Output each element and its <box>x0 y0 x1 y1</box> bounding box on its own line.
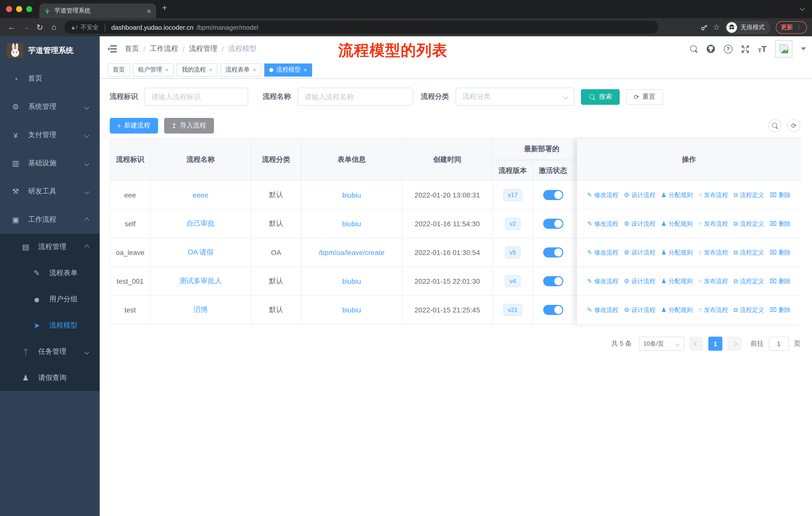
back-icon[interactable]: ← <box>5 23 18 32</box>
breadcrumb-workflow[interactable]: 工作流程 <box>150 44 178 53</box>
breadcrumb-home[interactable]: 首页 <box>125 44 139 53</box>
form-info-link[interactable]: /bpm/oa/leave/create <box>319 248 385 256</box>
sidebar-item-user-group[interactable]: ☻用户分组 <box>0 286 100 313</box>
action-modify-link[interactable]: ✎修改流程 <box>587 191 618 199</box>
action-design-link[interactable]: ⚙设计流程 <box>624 248 656 257</box>
refresh-table-button[interactable]: ⟳ <box>787 119 801 132</box>
prev-page-button[interactable] <box>689 336 703 351</box>
update-button[interactable]: 更新 ⋮ <box>776 21 807 33</box>
form-info-link[interactable]: biubiu <box>342 220 361 228</box>
reset-button[interactable]: ⟳ 重置 <box>626 89 663 105</box>
sidebar-item-workflow[interactable]: ▣工作流程 <box>0 206 100 234</box>
font-size-icon[interactable]: TT <box>758 45 767 53</box>
action-delete-link[interactable]: ⌧删除 <box>770 248 791 257</box>
version-badge[interactable]: v2 <box>505 218 520 230</box>
show-search-button[interactable] <box>768 119 781 132</box>
action-definition-link[interactable]: ⧉流程定义 <box>734 306 764 314</box>
browser-tab[interactable]: 芋道管理系统 × <box>39 3 156 18</box>
action-delete-link[interactable]: ⌧删除 <box>770 306 791 314</box>
action-design-link[interactable]: ⚙设计流程 <box>624 219 656 228</box>
form-info-link[interactable]: biubiu <box>342 277 361 285</box>
reload-icon[interactable]: ↻ <box>33 22 46 32</box>
action-publish-link[interactable]: ☝发布流程 <box>698 277 728 286</box>
process-id-input[interactable] <box>144 88 248 106</box>
action-publish-link[interactable]: ☝发布流程 <box>698 219 728 228</box>
action-modify-link[interactable]: ✎修改流程 <box>587 306 618 314</box>
action-publish-link[interactable]: ☝发布流程 <box>698 248 728 257</box>
tag-home[interactable]: 首页 <box>108 63 130 76</box>
github-icon[interactable] <box>706 44 715 53</box>
avatar-caret-icon[interactable] <box>801 47 806 50</box>
action-modify-link[interactable]: ✎修改流程 <box>587 277 618 286</box>
key-icon[interactable] <box>700 23 708 31</box>
goto-page-input[interactable] <box>769 336 789 351</box>
user-avatar[interactable] <box>775 40 792 57</box>
process-category-select[interactable]: 流程分类 <box>456 88 574 106</box>
sidebar-item-process-model[interactable]: ➤流程模型 <box>0 313 100 338</box>
sidebar-item-dev-tools[interactable]: ⚒研发工具 <box>0 178 100 206</box>
sidebar-fold-icon[interactable] <box>108 45 117 53</box>
active-toggle[interactable] <box>543 276 563 286</box>
active-toggle[interactable] <box>543 219 563 229</box>
close-icon[interactable]: × <box>165 66 169 73</box>
search-button[interactable]: 搜索 <box>581 89 620 105</box>
breadcrumb-process-management[interactable]: 流程管理 <box>189 44 218 53</box>
close-icon[interactable]: × <box>209 66 212 73</box>
action-delete-link[interactable]: ⌧删除 <box>770 277 791 286</box>
sidebar-item-process-management[interactable]: ▤流程管理 <box>0 234 100 260</box>
create-process-button[interactable]: + 新建流程 <box>110 118 158 133</box>
next-page-button[interactable] <box>727 336 742 351</box>
sidebar-item-infrastructure[interactable]: ▥基础设施 <box>0 149 100 178</box>
sidebar-item-payment-management[interactable]: ¥支付管理 <box>0 121 100 149</box>
maximize-window-button[interactable] <box>26 6 32 12</box>
action-design-link[interactable]: ⚙设计流程 <box>624 277 656 286</box>
action-definition-link[interactable]: ⧉流程定义 <box>734 191 764 199</box>
process-name-link[interactable]: 测试多审批人 <box>179 277 222 286</box>
process-name-link[interactable]: 滔博 <box>194 305 208 315</box>
search-icon[interactable] <box>690 45 698 53</box>
process-name-input[interactable] <box>297 88 413 106</box>
address-bar[interactable]: ▲! 不安全 dashboard.yudao.iocoder.cn/bpm/ma… <box>64 21 659 34</box>
fullscreen-icon[interactable] <box>741 45 750 53</box>
version-badge[interactable]: v21 <box>503 304 522 316</box>
action-delete-link[interactable]: ⌧删除 <box>770 219 791 228</box>
tag-tenant-management[interactable]: 租户管理× <box>133 63 174 76</box>
active-toggle[interactable] <box>543 305 563 315</box>
tag-my-process[interactable]: 我的流程× <box>177 63 218 76</box>
security-label[interactable]: 不安全 <box>81 23 99 31</box>
page-size-select[interactable]: 10条/页 <box>639 336 684 351</box>
version-badge[interactable]: v17 <box>503 189 522 201</box>
tab-close-icon[interactable]: × <box>147 7 151 15</box>
action-delete-link[interactable]: ⌧删除 <box>770 191 791 199</box>
import-process-button[interactable]: ↥ 导入流程 <box>164 118 214 133</box>
action-definition-link[interactable]: ⧉流程定义 <box>734 248 764 257</box>
home-icon[interactable]: ⌂ <box>47 23 60 32</box>
action-publish-link[interactable]: ☝发布流程 <box>698 306 728 314</box>
action-definition-link[interactable]: ⧉流程定义 <box>734 277 764 286</box>
help-icon[interactable]: ? <box>724 45 732 53</box>
action-assign-rule-link[interactable]: ♟分配规则 <box>661 277 693 286</box>
minimize-window-button[interactable] <box>16 6 22 12</box>
tag-process-model[interactable]: 流程模型× <box>264 63 312 76</box>
process-name-link[interactable]: 自己审批 <box>186 219 215 228</box>
close-icon[interactable]: × <box>253 66 256 73</box>
active-toggle[interactable] <box>543 190 563 200</box>
action-assign-rule-link[interactable]: ♟分配规则 <box>661 191 693 199</box>
new-tab-button[interactable]: + <box>162 3 167 13</box>
form-info-link[interactable]: biubiu <box>342 191 361 199</box>
close-icon[interactable]: × <box>303 66 307 73</box>
version-badge[interactable]: v5 <box>505 246 520 259</box>
current-page-button[interactable]: 1 <box>708 336 722 351</box>
sidebar-item-task-management[interactable]: ᛉ任务管理 <box>0 338 100 365</box>
tag-process-form[interactable]: 流程表单× <box>221 63 261 76</box>
action-design-link[interactable]: ⚙设计流程 <box>624 306 656 314</box>
sidebar-item-process-form[interactable]: ✎流程表单 <box>0 260 100 286</box>
forward-icon[interactable]: → <box>19 23 32 32</box>
action-publish-link[interactable]: ☝发布流程 <box>698 191 728 199</box>
browser-menu-icon[interactable]: ⋮ <box>796 24 802 31</box>
action-design-link[interactable]: ⚙设计流程 <box>624 191 656 199</box>
action-modify-link[interactable]: ✎修改流程 <box>587 219 618 228</box>
form-info-link[interactable]: biubiu <box>342 306 361 314</box>
sidebar-item-home[interactable]: ◔首页 <box>0 64 100 93</box>
action-assign-rule-link[interactable]: ♟分配规则 <box>661 219 693 228</box>
